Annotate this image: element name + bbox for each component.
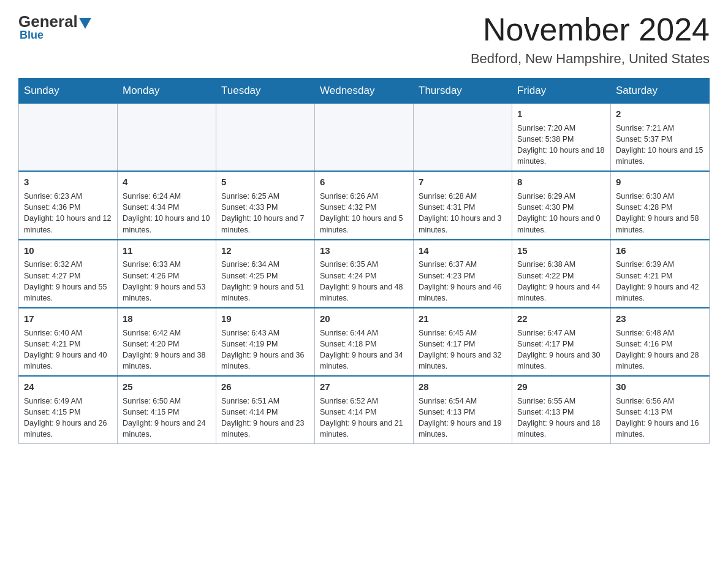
logo-triangle-icon <box>79 18 91 29</box>
day-info: Daylight: 9 hours and 51 minutes. <box>221 282 309 304</box>
day-info: Sunrise: 6:47 AM <box>517 327 605 339</box>
week-row-4: 24Sunrise: 6:49 AMSunset: 4:15 PMDayligh… <box>19 376 710 444</box>
day-info: Sunrise: 6:43 AM <box>221 327 309 339</box>
day-info: Sunrise: 6:50 AM <box>123 396 211 407</box>
calendar-cell: 20Sunrise: 6:44 AMSunset: 4:18 PMDayligh… <box>315 308 414 376</box>
day-info: Daylight: 9 hours and 42 minutes. <box>616 282 704 304</box>
day-info: Sunrise: 6:49 AM <box>24 396 112 407</box>
day-info: Sunset: 4:14 PM <box>320 407 408 418</box>
day-info: Sunrise: 6:54 AM <box>419 396 507 407</box>
day-info: Sunset: 4:22 PM <box>517 270 605 282</box>
day-info: Sunset: 4:13 PM <box>517 407 605 418</box>
day-info: Daylight: 9 hours and 55 minutes. <box>24 282 112 304</box>
day-info: Sunrise: 6:51 AM <box>221 396 309 407</box>
day-header-saturday: Saturday <box>611 79 710 104</box>
day-number: 28 <box>419 380 507 394</box>
calendar-cell <box>414 104 512 172</box>
day-info: Sunrise: 6:23 AM <box>24 191 112 202</box>
day-info: Sunset: 4:23 PM <box>419 270 507 282</box>
month-title: November 2024 <box>471 12 710 47</box>
day-header-monday: Monday <box>118 79 216 104</box>
calendar-cell: 24Sunrise: 6:49 AMSunset: 4:15 PMDayligh… <box>19 376 118 444</box>
day-info: Sunrise: 6:45 AM <box>419 327 507 339</box>
day-number: 6 <box>320 175 408 189</box>
logo-blue: Blue <box>20 29 44 42</box>
calendar-cell: 5Sunrise: 6:25 AMSunset: 4:33 PMDaylight… <box>216 171 315 239</box>
day-info: Sunset: 4:34 PM <box>123 202 211 213</box>
day-info: Sunrise: 6:42 AM <box>123 327 211 339</box>
calendar-cell: 21Sunrise: 6:45 AMSunset: 4:17 PMDayligh… <box>414 308 512 376</box>
day-info: Daylight: 9 hours and 16 minutes. <box>616 418 704 440</box>
day-info: Sunrise: 6:35 AM <box>320 259 408 270</box>
day-header-wednesday: Wednesday <box>315 79 414 104</box>
title-area: November 2024 Bedford, New Hampshire, Un… <box>471 12 710 67</box>
calendar-cell: 17Sunrise: 6:40 AMSunset: 4:21 PMDayligh… <box>19 308 118 376</box>
day-info: Daylight: 9 hours and 48 minutes. <box>320 282 408 304</box>
day-number: 3 <box>24 175 112 189</box>
day-number: 18 <box>123 312 211 326</box>
calendar-cell: 4Sunrise: 6:24 AMSunset: 4:34 PMDaylight… <box>118 171 216 239</box>
day-info: Sunset: 4:24 PM <box>320 270 408 282</box>
day-info: Sunrise: 6:24 AM <box>123 191 211 202</box>
calendar-cell: 23Sunrise: 6:48 AMSunset: 4:16 PMDayligh… <box>611 308 710 376</box>
day-info: Daylight: 9 hours and 46 minutes. <box>419 282 507 304</box>
day-number: 26 <box>221 380 309 394</box>
day-info: Daylight: 10 hours and 3 minutes. <box>419 213 507 235</box>
day-info: Daylight: 9 hours and 44 minutes. <box>517 282 605 304</box>
day-info: Daylight: 9 hours and 28 minutes. <box>616 350 704 372</box>
day-info: Sunset: 5:37 PM <box>616 134 704 145</box>
calendar-cell <box>118 104 216 172</box>
week-row-3: 17Sunrise: 6:40 AMSunset: 4:21 PMDayligh… <box>19 308 710 376</box>
day-info: Sunset: 4:13 PM <box>616 407 704 418</box>
calendar-cell: 27Sunrise: 6:52 AMSunset: 4:14 PMDayligh… <box>315 376 414 444</box>
calendar-cell: 22Sunrise: 6:47 AMSunset: 4:17 PMDayligh… <box>512 308 611 376</box>
calendar-cell <box>19 104 118 172</box>
calendar-cell: 29Sunrise: 6:55 AMSunset: 4:13 PMDayligh… <box>512 376 611 444</box>
day-info: Daylight: 9 hours and 30 minutes. <box>517 350 605 372</box>
day-info: Daylight: 9 hours and 40 minutes. <box>24 350 112 372</box>
calendar-cell: 16Sunrise: 6:39 AMSunset: 4:21 PMDayligh… <box>611 240 710 308</box>
day-number: 8 <box>517 175 605 189</box>
day-info: Sunset: 4:31 PM <box>419 202 507 213</box>
calendar-cell: 18Sunrise: 6:42 AMSunset: 4:20 PMDayligh… <box>118 308 216 376</box>
calendar-cell: 6Sunrise: 6:26 AMSunset: 4:32 PMDaylight… <box>315 171 414 239</box>
calendar-cell <box>216 104 315 172</box>
calendar-cell: 7Sunrise: 6:28 AMSunset: 4:31 PMDaylight… <box>414 171 512 239</box>
day-info: Sunset: 4:17 PM <box>517 339 605 350</box>
day-header-sunday: Sunday <box>19 79 118 104</box>
day-info: Sunrise: 6:29 AM <box>517 191 605 202</box>
calendar-cell: 12Sunrise: 6:34 AMSunset: 4:25 PMDayligh… <box>216 240 315 308</box>
day-info: Sunset: 4:17 PM <box>419 339 507 350</box>
day-header-row: SundayMondayTuesdayWednesdayThursdayFrid… <box>19 79 710 104</box>
day-number: 7 <box>419 175 507 189</box>
day-number: 2 <box>616 107 704 121</box>
day-number: 23 <box>616 312 704 326</box>
day-info: Sunset: 4:26 PM <box>123 270 211 282</box>
calendar-cell: 15Sunrise: 6:38 AMSunset: 4:22 PMDayligh… <box>512 240 611 308</box>
day-info: Sunset: 4:13 PM <box>419 407 507 418</box>
day-info: Sunrise: 6:28 AM <box>419 191 507 202</box>
day-info: Sunset: 4:32 PM <box>320 202 408 213</box>
day-info: Daylight: 10 hours and 7 minutes. <box>221 213 309 235</box>
day-info: Sunrise: 6:26 AM <box>320 191 408 202</box>
calendar-cell: 2Sunrise: 7:21 AMSunset: 5:37 PMDaylight… <box>611 104 710 172</box>
day-info: Sunset: 4:21 PM <box>24 339 112 350</box>
day-info: Daylight: 10 hours and 0 minutes. <box>517 213 605 235</box>
day-number: 9 <box>616 175 704 189</box>
day-info: Sunrise: 6:33 AM <box>123 259 211 270</box>
day-info: Sunrise: 6:37 AM <box>419 259 507 270</box>
day-number: 30 <box>616 380 704 394</box>
day-info: Sunset: 4:18 PM <box>320 339 408 350</box>
calendar-cell: 26Sunrise: 6:51 AMSunset: 4:14 PMDayligh… <box>216 376 315 444</box>
calendar-cell: 10Sunrise: 6:32 AMSunset: 4:27 PMDayligh… <box>19 240 118 308</box>
calendar-cell: 28Sunrise: 6:54 AMSunset: 4:13 PMDayligh… <box>414 376 512 444</box>
day-info: Daylight: 9 hours and 18 minutes. <box>517 418 605 440</box>
day-info: Daylight: 9 hours and 32 minutes. <box>419 350 507 372</box>
day-info: Daylight: 9 hours and 53 minutes. <box>123 282 211 304</box>
day-number: 14 <box>419 244 507 258</box>
page-header: General Blue November 2024 Bedford, New … <box>18 12 710 67</box>
day-info: Sunrise: 7:21 AM <box>616 123 704 134</box>
day-number: 1 <box>517 107 605 121</box>
day-info: Sunset: 4:14 PM <box>221 407 309 418</box>
day-info: Sunrise: 6:55 AM <box>517 396 605 407</box>
